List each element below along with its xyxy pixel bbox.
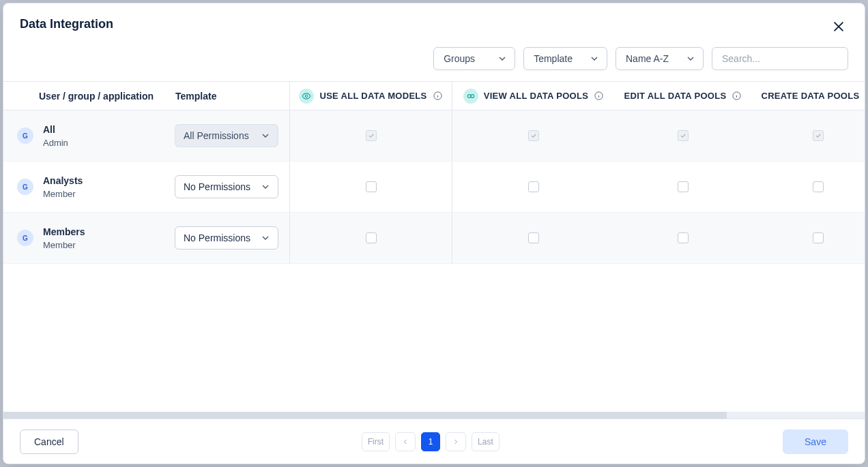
table-row: GAllAdminAll Permissions [3, 110, 865, 162]
perm-cell-d [751, 110, 865, 161]
modal-header: Data Integration [3, 3, 865, 36]
header-template: Template [175, 91, 216, 102]
perm-checkbox[interactable] [366, 181, 377, 192]
template-value: All Permissions [184, 130, 249, 141]
header-user: User / group / application [39, 91, 175, 102]
chevron-left-icon [401, 438, 409, 446]
modal-title: Data Integration [20, 17, 113, 31]
perm-cell-c [615, 213, 751, 263]
scrollbar-thumb[interactable] [3, 412, 727, 419]
svg-point-1 [306, 95, 308, 97]
perm-cell-a [290, 110, 452, 161]
perm-checkbox[interactable] [678, 232, 689, 243]
chevron-down-icon [260, 181, 271, 192]
header-create-data-pools: CREATE DATA POOLS [751, 82, 865, 110]
header-identity-col: User / group / application Template [3, 82, 290, 110]
chevron-down-icon [589, 53, 600, 64]
template-filter-value: Template [534, 53, 573, 64]
pagination: First 1 Last [362, 432, 500, 451]
perm-checkbox[interactable] [528, 232, 539, 243]
header-view-all-data-pools: VIEW ALL DATA POOLS [452, 82, 615, 110]
search-field[interactable] [712, 47, 848, 70]
chevron-down-icon [260, 232, 271, 243]
perm-checkbox[interactable] [528, 181, 539, 192]
permissions-modal: Data Integration Groups Template Name A-… [3, 3, 865, 464]
perm-cell-b [452, 213, 615, 263]
template-value: No Permissions [184, 232, 250, 243]
row-role: Member [43, 240, 165, 250]
header-perm-b-label: VIEW ALL DATA POOLS [484, 91, 589, 101]
template-select: All Permissions [175, 124, 278, 147]
header-perm-c-label: EDIT ALL DATA POOLS [624, 91, 727, 101]
perm-checkbox [528, 130, 539, 141]
template-value: No Permissions [184, 181, 250, 192]
row-identity: GAnalystsMemberNo Permissions [3, 162, 290, 212]
info-icon[interactable] [594, 91, 604, 101]
perm-checkbox [678, 130, 689, 141]
page-last[interactable]: Last [472, 432, 500, 451]
row-identity: GMembersMemberNo Permissions [3, 213, 290, 263]
chevron-down-icon [685, 53, 696, 64]
name-block: AnalystsMember [43, 175, 165, 199]
perm-cell-b [452, 162, 615, 212]
perm-cell-d [751, 162, 865, 212]
search-input[interactable] [721, 52, 843, 65]
chevron-right-icon [452, 438, 460, 446]
chevron-down-icon [260, 130, 271, 141]
close-button[interactable] [829, 17, 848, 36]
row-name: Analysts [43, 175, 165, 186]
cancel-button[interactable]: Cancel [20, 430, 78, 454]
perm-checkbox[interactable] [813, 232, 824, 243]
modal-footer: Cancel First 1 Last Save [3, 419, 865, 464]
svg-point-3 [467, 94, 471, 97]
perm-checkbox[interactable] [813, 181, 824, 192]
name-block: MembersMember [43, 226, 165, 250]
template-select[interactable]: No Permissions [175, 226, 278, 250]
template-select[interactable]: No Permissions [175, 175, 278, 198]
perm-cell-d [751, 213, 865, 263]
sort-select[interactable]: Name A-Z [616, 47, 704, 70]
eye-icon [299, 89, 314, 104]
page-next[interactable] [446, 432, 466, 451]
row-role: Admin [43, 138, 165, 148]
group-avatar: G [17, 127, 33, 144]
perm-checkbox[interactable] [678, 181, 689, 192]
perm-cell-c [615, 110, 751, 161]
sort-value: Name A-Z [626, 53, 669, 64]
page-first[interactable]: First [362, 432, 390, 451]
perm-checkbox [813, 130, 824, 141]
filter-type-value: Groups [444, 53, 475, 64]
svg-point-4 [471, 94, 474, 97]
perm-checkbox [366, 130, 377, 141]
page-current[interactable]: 1 [421, 432, 440, 451]
grid-header-row: User / group / application Template USE … [3, 82, 865, 110]
header-edit-all-data-pools: EDIT ALL DATA POOLS [615, 82, 751, 110]
perm-cell-a [290, 213, 452, 263]
header-use-all-data-models: USE ALL DATA MODELS [290, 82, 452, 110]
goggles-icon [463, 89, 478, 104]
info-icon[interactable] [732, 91, 742, 101]
perm-checkbox[interactable] [366, 232, 377, 243]
horizontal-scrollbar[interactable] [3, 412, 865, 419]
filter-type-select[interactable]: Groups [433, 47, 515, 70]
table-row: GAnalystsMemberNo Permissions [3, 162, 865, 213]
row-identity: GAllAdminAll Permissions [3, 110, 290, 161]
header-perm-d-label: CREATE DATA POOLS [761, 91, 859, 101]
template-filter-select[interactable]: Template [523, 47, 607, 70]
close-icon [831, 19, 846, 34]
perm-cell-c [615, 162, 751, 212]
group-avatar: G [17, 179, 33, 195]
info-icon[interactable] [433, 91, 443, 101]
group-avatar: G [17, 230, 33, 246]
toolbar: Groups Template Name A-Z [3, 36, 865, 81]
row-role: Member [43, 189, 165, 199]
save-button[interactable]: Save [783, 430, 848, 454]
perm-cell-a [290, 162, 452, 212]
chevron-down-icon [497, 53, 508, 64]
permissions-grid: User / group / application Template USE … [3, 81, 865, 419]
name-block: AllAdmin [43, 124, 165, 148]
perm-cell-b [452, 110, 615, 161]
page-prev[interactable] [395, 432, 416, 451]
row-name: Members [43, 226, 165, 237]
table-row: GMembersMemberNo Permissions [3, 213, 865, 264]
